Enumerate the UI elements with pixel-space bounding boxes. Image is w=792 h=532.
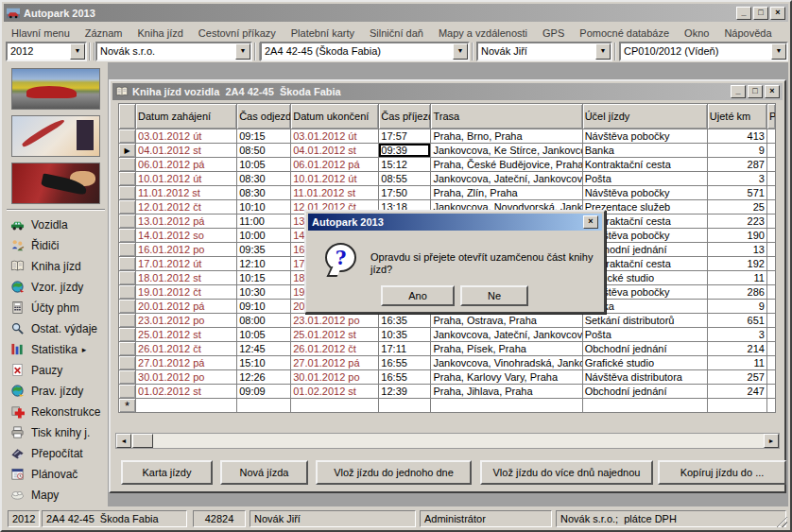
cell-km[interactable]: 192 [707, 257, 766, 271]
menu-item[interactable]: Hlavní menu [4, 26, 77, 41]
cell-route[interactable]: Praha, Karlovy Vary, Praha [431, 370, 582, 385]
row-selector[interactable] [119, 285, 136, 300]
cell-start-date[interactable]: 20.01.2012 pá [136, 300, 237, 314]
cell-partial[interactable] [766, 314, 775, 328]
cell-start-date[interactable]: 10.01.2012 út [136, 172, 237, 186]
insert-trip-one-day-button[interactable]: Vlož jízdu do jednoho dne [316, 460, 472, 485]
cell-partial[interactable] [766, 399, 775, 413]
cell-km[interactable]: 286 [707, 285, 766, 300]
cell-start-date[interactable]: 12.01.2012 čt [136, 200, 237, 215]
trip-card-button[interactable]: Karta jízdy [121, 460, 213, 485]
cell-partial[interactable] [766, 243, 775, 257]
table-row[interactable]: 26.01.2012 čt12:4526.01.2012 čt17:11Prah… [119, 342, 776, 356]
cell-partial[interactable] [766, 385, 775, 399]
cell-km[interactable]: 257 [707, 370, 766, 385]
cell-purpose[interactable]: Pošta [582, 328, 707, 342]
cell-km[interactable]: 3 [707, 328, 766, 342]
cell-partial[interactable] [766, 215, 775, 229]
sidebar-item[interactable]: Prav. jízdy [4, 381, 108, 402]
cell-start-date[interactable]: 23.01.2012 po [136, 314, 237, 328]
maximize-icon[interactable]: □ [748, 85, 763, 98]
cell-km[interactable] [707, 399, 766, 413]
cell-route[interactable]: Praha, Ostrava, Praha [431, 314, 582, 328]
cell-start-date[interactable]: 04.01.2012 st [136, 144, 237, 158]
company-combo[interactable]: Novák s.r.o. ▼ [95, 42, 252, 61]
cell-km[interactable]: 25 [707, 200, 766, 215]
cell-departure-time[interactable]: 10:05 [237, 328, 291, 342]
cell-partial[interactable] [766, 356, 775, 370]
horizontal-scrollbar[interactable]: ◄ ► [115, 433, 780, 449]
row-selector[interactable] [119, 314, 136, 328]
sidebar-item[interactable]: Přepočítat [4, 443, 108, 464]
cell-start-date[interactable]: 01.02.2012 st [136, 385, 237, 399]
close-icon[interactable]: × [770, 7, 785, 20]
column-header[interactable]: Datum ukončení [291, 104, 379, 129]
row-selector[interactable]: ▶ [119, 144, 136, 158]
cell-arrival-time[interactable] [379, 399, 431, 413]
cell-arrival-time[interactable]: 16:55 [379, 356, 431, 370]
cell-start-date[interactable]: 18.01.2012 st [136, 271, 237, 285]
sidebar-item[interactable]: Statistika ▸ [4, 339, 108, 360]
row-selector[interactable] [119, 158, 136, 172]
row-selector[interactable] [119, 257, 136, 271]
cell-km[interactable]: 413 [707, 129, 766, 144]
trip-order-combo[interactable]: CP010/2012 (Vídeň) ▼ [619, 42, 788, 61]
cell-km[interactable]: 571 [707, 186, 766, 200]
chevron-down-icon[interactable]: ▼ [771, 43, 786, 60]
column-header[interactable]: Datum zahájení [136, 104, 237, 129]
cell-route[interactable]: Jankovcova, Ke Stírce, Jankovcova [431, 144, 582, 158]
chevron-down-icon[interactable]: ▼ [453, 43, 468, 60]
cell-route[interactable]: Jankovcova, Jateční, Jankovcova [431, 328, 582, 342]
cell-departure-time[interactable]: 09:15 [237, 129, 291, 144]
cell-km[interactable]: 11 [707, 271, 766, 285]
cell-partial[interactable] [766, 229, 775, 243]
column-header-partial[interactable]: P b [766, 104, 775, 129]
menu-item[interactable]: GPS [535, 26, 572, 41]
close-icon[interactable]: × [583, 215, 598, 229]
sidebar-item[interactable]: Ostat. výdaje [4, 318, 108, 339]
scrollbar-thumb[interactable] [132, 434, 153, 448]
cell-purpose[interactable]: Pošta [582, 172, 707, 186]
sidebar-item[interactable]: Účty phm [4, 298, 108, 318]
cell-purpose[interactable]: Návštěva pobočky [582, 129, 707, 144]
menu-item[interactable]: Platební karty [284, 26, 362, 41]
cell-departure-time[interactable]: 08:30 [237, 186, 291, 200]
cell-departure-time[interactable]: 12:10 [237, 257, 291, 271]
row-selector[interactable] [119, 186, 136, 200]
cell-end-date[interactable]: 06.01.2012 pá [291, 158, 379, 172]
sidebar-item[interactable]: Vzor. jízdy [4, 277, 108, 298]
cell-end-date[interactable]: 27.01.2012 pá [291, 356, 379, 370]
cell-partial[interactable] [766, 300, 775, 314]
cell-purpose[interactable]: Obchodní jednání [582, 385, 707, 399]
scroll-right-icon[interactable]: ► [764, 434, 779, 448]
cell-start-date[interactable]: 17.01.2012 út [136, 257, 237, 271]
table-row[interactable]: 23.01.2012 po08:0023.01.2012 po16:35Prah… [119, 314, 776, 328]
row-selector[interactable] [119, 370, 136, 385]
cell-end-date[interactable] [291, 399, 379, 413]
sidebar-item[interactable]: Vozidla [4, 215, 108, 235]
cell-arrival-time[interactable]: 10:35 [379, 328, 431, 342]
cell-km[interactable]: 223 [707, 215, 766, 229]
cell-arrival-time[interactable]: 16:35 [379, 314, 431, 328]
cell-end-date[interactable]: 04.01.2012 st [291, 144, 379, 158]
cell-departure-time[interactable]: 12:45 [237, 342, 291, 356]
cell-end-date[interactable]: 30.01.2012 po [291, 370, 379, 385]
table-row[interactable]: 30.01.2012 po12:2630.01.2012 po16:55Prah… [119, 370, 776, 385]
table-row[interactable]: 25.01.2012 st10:0525.01.2012 st10:35Jank… [119, 328, 776, 342]
cell-partial[interactable] [766, 144, 775, 158]
cell-km[interactable]: 9 [707, 144, 766, 158]
menu-item[interactable]: Pomocné databáze [572, 26, 677, 41]
cell-km[interactable]: 214 [707, 342, 766, 356]
cell-start-date[interactable]: 25.01.2012 st [136, 328, 237, 342]
cell-departure-time[interactable]: 10:15 [237, 271, 291, 285]
maximize-icon[interactable]: □ [753, 7, 768, 20]
cell-departure-time[interactable]: 11:00 [237, 215, 291, 229]
cell-arrival-time[interactable]: 08:55 [379, 172, 431, 186]
column-header[interactable]: Čas příjezdu [379, 104, 431, 129]
cell-departure-time[interactable]: 08:30 [237, 172, 291, 186]
column-header[interactable]: Účel jízdy [582, 104, 707, 129]
row-selector[interactable] [119, 200, 136, 215]
cell-departure-time[interactable]: 12:26 [237, 370, 291, 385]
cell-route[interactable]: Praha, Jihlava, Praha [431, 385, 582, 399]
cell-end-date[interactable]: 01.02.2012 st [291, 385, 379, 399]
